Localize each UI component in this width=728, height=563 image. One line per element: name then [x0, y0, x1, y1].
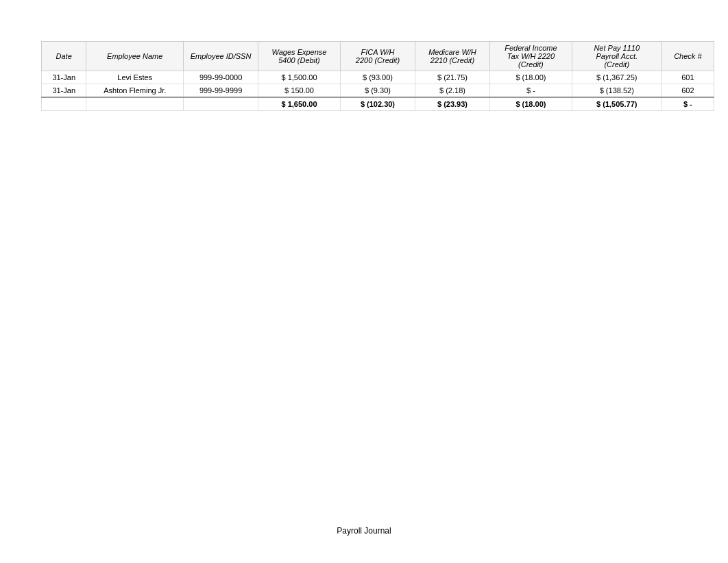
totals-netpay: $ (1,505.77) [572, 97, 662, 111]
col-header-federal: Federal IncomeTax W/H 2220(Credit) [489, 42, 572, 71]
totals-row: $ 1,650.00 $ (102.30) $ (23.93) $ (18.00… [42, 97, 714, 111]
footer-label: Payroll Journal [337, 526, 391, 536]
cell-fica: $ (93.00) [340, 71, 415, 84]
cell-emp-name: Levi Estes [86, 71, 184, 84]
cell-date: 31-Jan [42, 71, 86, 84]
totals-wages: $ 1,650.00 [258, 97, 341, 111]
col-header-netpay: Net Pay 1110Payroll Acct.(Credit) [572, 42, 662, 71]
cell-emp-id: 999-99-0000 [184, 71, 258, 84]
cell-federal: $ - [489, 84, 572, 98]
cell-medicare: $ (2.18) [415, 84, 489, 98]
cell-wages: $ 1,500.00 [258, 71, 341, 84]
cell-check: 601 [662, 71, 714, 84]
cell-check: 602 [662, 84, 714, 98]
page-container: Date Employee Name Employee ID/SSN Wages… [0, 0, 728, 563]
header-row: Date Employee Name Employee ID/SSN Wages… [42, 42, 714, 71]
col-header-date: Date [42, 42, 86, 71]
table-row: 31-Jan Ashton Fleming Jr. 999-99-9999 $ … [42, 84, 714, 98]
cell-federal: $ (18.00) [489, 71, 572, 84]
totals-check: $ - [662, 97, 714, 111]
cell-wages: $ 150.00 [258, 84, 341, 98]
payroll-table: Date Employee Name Employee ID/SSN Wages… [41, 41, 714, 111]
page-footer: Payroll Journal [0, 526, 728, 536]
col-header-fica: FICA W/H2200 (Credit) [340, 42, 415, 71]
totals-fica: $ (102.30) [340, 97, 415, 111]
cell-medicare: $ (21.75) [415, 71, 489, 84]
cell-emp-name: Ashton Fleming Jr. [86, 84, 184, 98]
col-header-wages: Wages Expense5400 (Debit) [258, 42, 341, 71]
table-area: Date Employee Name Employee ID/SSN Wages… [41, 41, 714, 111]
cell-date: 31-Jan [42, 84, 86, 98]
totals-date [42, 97, 86, 111]
cell-netpay: $ (138.52) [572, 84, 662, 98]
cell-netpay: $ (1,367.25) [572, 71, 662, 84]
table-row: 31-Jan Levi Estes 999-99-0000 $ 1,500.00… [42, 71, 714, 84]
totals-id [184, 97, 258, 111]
totals-medicare: $ (23.93) [415, 97, 489, 111]
cell-emp-id: 999-99-9999 [184, 84, 258, 98]
col-header-emp-id: Employee ID/SSN [184, 42, 258, 71]
cell-fica: $ (9.30) [340, 84, 415, 98]
col-header-check: Check # [662, 42, 714, 71]
col-header-medicare: Medicare W/H2210 (Credit) [415, 42, 489, 71]
col-header-emp-name: Employee Name [86, 42, 184, 71]
totals-name [86, 97, 184, 111]
totals-federal: $ (18.00) [489, 97, 572, 111]
